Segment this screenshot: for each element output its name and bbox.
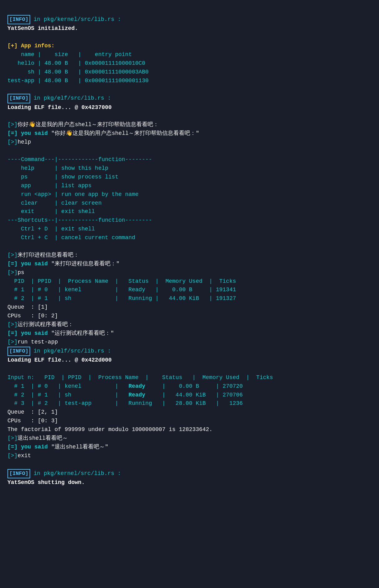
info-rest-3: in pkg/elf/src/lib.rs : [30, 348, 111, 354]
run-cmd: [>] [7, 339, 17, 345]
ps-greeting-input: [>] [7, 252, 17, 258]
cpus-2: CPUs : [0: 3] [7, 418, 58, 424]
queue-2: Queue : [2, 1] [7, 409, 58, 415]
app-row-hello: hello | 48.00 B | 0x00001111000010C0 [7, 60, 145, 66]
cmd-help: help | show this help [7, 165, 108, 171]
you-said-1: [=] you said "你好👋这是我的用户态shell～来打印帮助信息看看吧… [7, 130, 199, 136]
info-rest-1: in pkg/kernel/src/lib.rs : [30, 16, 121, 22]
ps-cmd: [>] [7, 269, 17, 276]
info-badge-4: [INFO] [7, 469, 30, 478]
yatsen-init: YatSenOS initialized. [7, 25, 78, 31]
input-ps-row-kenel: # 1 | # 0 | kenel | Ready | 0.00 B | 270… [7, 383, 243, 389]
exit-cmd: [>] [7, 453, 17, 459]
cmd-clear: clear | clear screen [7, 200, 101, 206]
shortcut-ctrlc: Ctrl + C | cancel current command [7, 235, 135, 241]
app-row-sh: sh | 48.00 B | 0x00001111000003AB0 [7, 69, 149, 75]
info-rest-4: in pkg/kernel/src/lib.rs : [30, 470, 121, 477]
app-infos-header: [+] App infos: [7, 43, 54, 49]
factorial-result: The factorial of 999999 under modulo 100… [7, 426, 213, 433]
ps-row-kenel-1: # 1 | # 0 | kenel | Ready | 0.00 B | 191… [7, 287, 236, 293]
loading-elf-1: Loading ELF file... @ 0x4237000 [7, 104, 112, 111]
info-badge-1: [INFO] [7, 15, 30, 24]
shell-greeting-text: 你好👋这是我的用户态shell～来打印帮助信息看看吧： [17, 121, 159, 128]
shortcut-ctrld: Ctrl + D | exit shell [7, 226, 95, 232]
cmd-exit: exit | exit shell [7, 208, 95, 215]
help-cmd: [>] [7, 139, 17, 145]
info-badge-2: [INFO] [7, 94, 30, 103]
you-said-4: [=] you said "退出shell看看吧～" [7, 444, 108, 450]
app-table-header: name | size | entry point [7, 51, 132, 58]
cmd-app: app | list apps [7, 183, 91, 189]
cmd-table-header: ----Command---|------------function-----… [7, 156, 152, 163]
shortcut-table-header: ---Shortcuts--|------------function-----… [7, 217, 152, 223]
you-said-2: [=] you said "来打印进程信息看看吧：" [7, 261, 119, 267]
you-said-3: [=] you said "运行测试程序看看吧：" [7, 330, 114, 336]
yatsen-shutdown: YatSenOS shutting down. [7, 479, 85, 486]
info-badge-3: [INFO] [7, 347, 30, 356]
queue-1: Queue : [1] [7, 304, 48, 310]
run-greeting-input: [>] [7, 321, 17, 328]
cpus-1: CPUs : [0: 2] [7, 313, 58, 319]
app-row-testapp: test-app | 48.00 B | 0x00001111000001130 [7, 78, 149, 84]
loading-elf-2: Loading ELF file... @ 0x422d000 [7, 357, 112, 363]
input-ps-row-testapp: # 3 | # 2 | test-app | Running | 28.00 K… [7, 400, 243, 406]
shell-greeting-input: [>] [7, 121, 17, 128]
cmd-run: run <app> | run one app by the name [7, 191, 138, 197]
terminal-output: [INFO] in pkg/kernel/src/lib.rs : YatSen… [7, 6, 372, 487]
exit-greeting-input: [>] [7, 435, 17, 441]
ps-table-header-1: PID | PPID | Process Name | Status | Mem… [7, 278, 236, 284]
ps-row-sh-1: # 2 | # 1 | sh | Running | 44.00 KiB | 1… [7, 295, 236, 301]
cmd-ps: ps | show process list [7, 174, 118, 180]
info-rest-2: in pkg/elf/src/lib.rs : [30, 95, 111, 101]
input-ps-row-sh: # 2 | # 1 | sh | Ready | 44.00 KiB | 270… [7, 392, 243, 398]
input-ps-header: Input n: PID | PPID | Process Name | Sta… [7, 374, 273, 381]
